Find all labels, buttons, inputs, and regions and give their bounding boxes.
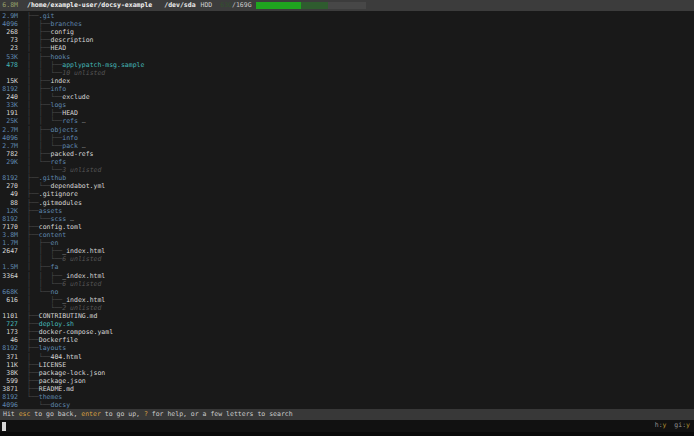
usage-bar-used bbox=[256, 2, 301, 9]
tree-row[interactable]: 11K├──LICENSE bbox=[0, 361, 694, 369]
tree-row[interactable]: 8192│ └──scss … bbox=[0, 215, 694, 223]
tree-row[interactable]: 616│ ├──_index.html bbox=[0, 296, 694, 304]
entry-size: 173 bbox=[0, 328, 18, 336]
entry-name[interactable]: .gitignore bbox=[39, 190, 78, 198]
tree-row[interactable]: 240│ │ └──exclude bbox=[0, 93, 694, 101]
entry-name[interactable]: config.toml bbox=[39, 223, 82, 231]
entry-name[interactable]: content bbox=[39, 231, 66, 239]
entry-name[interactable]: package-lock.json bbox=[39, 369, 106, 377]
tree-row[interactable]: 25K│ │ └──refs … bbox=[0, 117, 694, 125]
tree-row[interactable]: 668K│ └──no bbox=[0, 288, 694, 296]
tree-row[interactable]: 46├──Dockerfile bbox=[0, 336, 694, 344]
entry-name[interactable]: index bbox=[50, 77, 70, 85]
entry-name[interactable]: hooks bbox=[50, 53, 70, 61]
entry-name[interactable]: HEAD bbox=[62, 109, 78, 117]
tree-row[interactable]: 29K│ └──refs bbox=[0, 158, 694, 166]
entry-name[interactable]: layouts bbox=[39, 344, 66, 352]
tree-row[interactable]: 270│ └──dependabot.yml bbox=[0, 182, 694, 190]
tree-row[interactable]: 4096 └──docsy bbox=[0, 401, 694, 409]
tree-row[interactable]: 2.9M├──.git bbox=[0, 12, 694, 20]
tree-row[interactable]: 268│ ├──config bbox=[0, 28, 694, 36]
entry-name[interactable]: info bbox=[62, 134, 78, 142]
root-path[interactable]: /home/example-user/docsy-example bbox=[27, 1, 152, 9]
tree-row[interactable]: 49├──.gitignore bbox=[0, 190, 694, 198]
entry-name[interactable]: 404.html bbox=[50, 353, 81, 361]
tree-row[interactable]: 2647│ │ ├──_index.html bbox=[0, 247, 694, 255]
entry-name[interactable]: branches bbox=[50, 20, 81, 28]
tree-row[interactable]: 33K│ ├──logs bbox=[0, 101, 694, 109]
entry-name[interactable]: config bbox=[50, 28, 73, 36]
tree-branch-lines: ├── bbox=[27, 223, 39, 231]
tree-row[interactable]: 12K├──assets bbox=[0, 207, 694, 215]
usage-bar-dim bbox=[301, 2, 329, 9]
entry-name[interactable]: pack bbox=[62, 142, 78, 150]
entry-name[interactable]: Dockerfile bbox=[39, 336, 78, 344]
tree-branch-lines: │ ├── bbox=[27, 53, 50, 61]
entry-size: 8192 bbox=[0, 344, 18, 352]
entry-name[interactable]: refs bbox=[62, 117, 78, 125]
tree-row[interactable]: 4096│ │ ├──info bbox=[0, 134, 694, 142]
entry-size: 25K bbox=[0, 117, 18, 125]
tree-row[interactable]: 8192│ ├──info bbox=[0, 85, 694, 93]
tree-row[interactable]: 73│ ├──description bbox=[0, 36, 694, 44]
entry-name[interactable]: _index.html bbox=[62, 247, 105, 255]
entry-name[interactable]: .git bbox=[39, 12, 55, 20]
entry-name[interactable]: deploy.sh bbox=[39, 320, 74, 328]
tree-row[interactable]: 8192└──themes bbox=[0, 393, 694, 401]
search-input-line[interactable]: h:y gi:y bbox=[0, 420, 694, 432]
tree-row[interactable]: 599├──package.json bbox=[0, 377, 694, 385]
entry-name[interactable]: assets bbox=[39, 207, 62, 215]
entry-name[interactable]: info bbox=[50, 85, 66, 93]
entry-name[interactable]: docsy bbox=[50, 401, 70, 409]
entry-name[interactable]: refs bbox=[50, 158, 66, 166]
entry-name[interactable]: no bbox=[50, 288, 58, 296]
tree-row[interactable]: 38K├──package-lock.json bbox=[0, 369, 694, 377]
entry-name[interactable]: scss bbox=[50, 215, 66, 223]
tree-row[interactable]: 7170├──config.toml bbox=[0, 223, 694, 231]
entry-name[interactable]: README.md bbox=[39, 385, 74, 393]
entry-name[interactable]: docker-compose.yaml bbox=[39, 328, 113, 336]
tree-row[interactable]: 3871├──README.md bbox=[0, 385, 694, 393]
entry-name[interactable]: fa bbox=[50, 263, 58, 271]
tree-row[interactable]: 191│ │ ├──HEAD bbox=[0, 109, 694, 117]
tree-row[interactable]: 1.5M│ ├──fa bbox=[0, 263, 694, 271]
entry-name[interactable]: description bbox=[50, 36, 93, 44]
tree-row[interactable]: 1101├──CONTRIBUTING.md bbox=[0, 312, 694, 320]
tree-row[interactable]: 23│ ├──HEAD bbox=[0, 44, 694, 52]
tree-row[interactable]: 782│ ├──packed-refs bbox=[0, 150, 694, 158]
entry-name[interactable]: dependabot.yml bbox=[50, 182, 105, 190]
entry-name[interactable]: packed-refs bbox=[50, 150, 93, 158]
entry-name[interactable]: _index.html bbox=[62, 272, 105, 280]
header-row[interactable]: 6.8M /home/example-user/docsy-example /d… bbox=[0, 0, 694, 11]
entry-name[interactable]: LICENSE bbox=[39, 361, 66, 369]
tree-row[interactable]: 8192├──.github bbox=[0, 174, 694, 182]
tree-branch-lines: │ │ └── bbox=[27, 142, 62, 150]
tree-row[interactable]: 2.7M│ ├──objects bbox=[0, 126, 694, 134]
entry-size: 727 bbox=[0, 320, 18, 328]
tree-row[interactable]: 727├──deploy.sh bbox=[0, 320, 694, 328]
tree-row[interactable]: 88├──.gitmodules bbox=[0, 199, 694, 207]
tree-row[interactable]: 173├──docker-compose.yaml bbox=[0, 328, 694, 336]
tree-row[interactable]: 478│ │ ├──applypatch-msg.sample bbox=[0, 61, 694, 69]
tree-row[interactable]: 8192├──layouts bbox=[0, 344, 694, 352]
entry-name[interactable]: CONTRIBUTING.md bbox=[39, 312, 98, 320]
entry-name[interactable]: .gitmodules bbox=[39, 199, 82, 207]
mode-flags: h:y gi:y bbox=[655, 421, 690, 429]
file-tree: 2.9M├──.git4096│ ├──branches268│ ├──conf… bbox=[0, 11, 694, 409]
entry-size: 240 bbox=[0, 93, 18, 101]
tree-row[interactable]: 1.7M│ ├──en bbox=[0, 239, 694, 247]
tree-row[interactable]: 2.7M│ │ └──pack … bbox=[0, 142, 694, 150]
tree-row[interactable]: 371│ └──404.html bbox=[0, 353, 694, 361]
tree-row[interactable]: 4096│ ├──branches bbox=[0, 20, 694, 28]
tree-row[interactable]: 15K│ ├──index bbox=[0, 77, 694, 85]
tree-row[interactable]: 3.8M├──content bbox=[0, 231, 694, 239]
entry-name[interactable]: applypatch-msg.sample bbox=[62, 61, 144, 69]
entry-name[interactable]: en bbox=[50, 239, 58, 247]
entry-name[interactable]: exclude bbox=[62, 93, 89, 101]
entry-name[interactable]: HEAD bbox=[50, 44, 66, 52]
entry-name[interactable]: objects bbox=[50, 126, 77, 134]
tree-row[interactable]: 53K│ ├──hooks bbox=[0, 53, 694, 61]
tree-row[interactable]: 3364│ │ ├──_index.html bbox=[0, 272, 694, 280]
entry-name[interactable]: _index.html bbox=[62, 296, 105, 304]
entry-name[interactable]: package.json bbox=[39, 377, 86, 385]
